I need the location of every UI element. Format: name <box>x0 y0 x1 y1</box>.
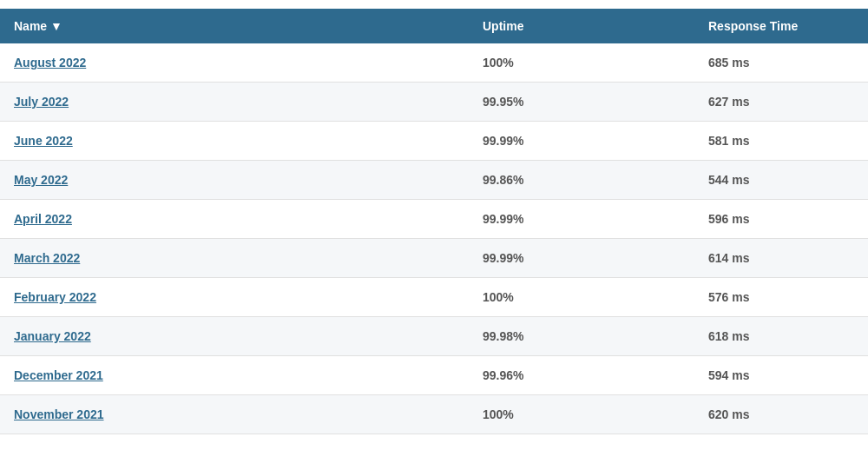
row-response-cell: 581 ms <box>694 122 868 161</box>
row-uptime-cell: 99.98% <box>469 317 694 356</box>
row-uptime-cell: 99.86% <box>469 161 694 200</box>
row-uptime-cell: 100% <box>469 278 694 317</box>
row-response-cell: 594 ms <box>694 356 868 395</box>
row-response-cell: 627 ms <box>694 83 868 122</box>
row-name-cell: August 2022 <box>0 43 469 83</box>
table-row: January 202299.98%618 ms <box>0 317 868 356</box>
name-column-header: Name ▼ <box>0 9 469 43</box>
table-row: November 2021100%620 ms <box>0 395 868 434</box>
main-container: Name ▼ Uptime Response Time August 20221… <box>0 0 868 470</box>
row-name-link[interactable]: November 2021 <box>14 407 104 421</box>
table-row: February 2022100%576 ms <box>0 278 868 317</box>
header-row: Name ▼ Uptime Response Time <box>0 9 868 43</box>
row-name-cell: November 2021 <box>0 395 469 434</box>
table-row: July 202299.95%627 ms <box>0 83 868 122</box>
row-name-cell: June 2022 <box>0 122 469 161</box>
row-name-cell: July 2022 <box>0 83 469 122</box>
table-row: May 202299.86%544 ms <box>0 161 868 200</box>
row-name-link[interactable]: March 2022 <box>14 251 80 265</box>
table-row: June 202299.99%581 ms <box>0 122 868 161</box>
row-name-link[interactable]: July 2022 <box>14 95 69 109</box>
uptime-table: Name ▼ Uptime Response Time August 20221… <box>0 9 868 434</box>
table-row: December 202199.96%594 ms <box>0 356 868 395</box>
row-uptime-cell: 99.99% <box>469 200 694 239</box>
row-name-link[interactable]: May 2022 <box>14 173 68 187</box>
row-response-cell: 544 ms <box>694 161 868 200</box>
row-name-cell: January 2022 <box>0 317 469 356</box>
row-uptime-cell: 100% <box>469 395 694 434</box>
row-name-cell: April 2022 <box>0 200 469 239</box>
table-body: August 2022100%685 msJuly 202299.95%627 … <box>0 43 868 434</box>
row-name-link[interactable]: August 2022 <box>14 56 86 70</box>
table-row: April 202299.99%596 ms <box>0 200 868 239</box>
table-header: Name ▼ Uptime Response Time <box>0 9 868 43</box>
row-response-cell: 614 ms <box>694 239 868 278</box>
row-response-cell: 618 ms <box>694 317 868 356</box>
row-name-cell: May 2022 <box>0 161 469 200</box>
row-uptime-cell: 99.95% <box>469 83 694 122</box>
uptime-column-header: Uptime <box>469 9 694 43</box>
row-name-link[interactable]: April 2022 <box>14 212 72 226</box>
row-name-link[interactable]: June 2022 <box>14 134 73 148</box>
row-response-cell: 596 ms <box>694 200 868 239</box>
row-name-cell: December 2021 <box>0 356 469 395</box>
row-uptime-cell: 100% <box>469 43 694 83</box>
row-name-link[interactable]: December 2021 <box>14 368 103 382</box>
row-uptime-cell: 99.99% <box>469 122 694 161</box>
table-row: August 2022100%685 ms <box>0 43 868 83</box>
row-response-cell: 620 ms <box>694 395 868 434</box>
row-uptime-cell: 99.99% <box>469 239 694 278</box>
row-uptime-cell: 99.96% <box>469 356 694 395</box>
row-name-cell: March 2022 <box>0 239 469 278</box>
table-row: March 202299.99%614 ms <box>0 239 868 278</box>
row-name-link[interactable]: February 2022 <box>14 290 96 304</box>
row-response-cell: 576 ms <box>694 278 868 317</box>
row-name-link[interactable]: January 2022 <box>14 329 91 343</box>
response-time-column-header: Response Time <box>694 9 868 43</box>
row-response-cell: 685 ms <box>694 43 868 83</box>
row-name-cell: February 2022 <box>0 278 469 317</box>
